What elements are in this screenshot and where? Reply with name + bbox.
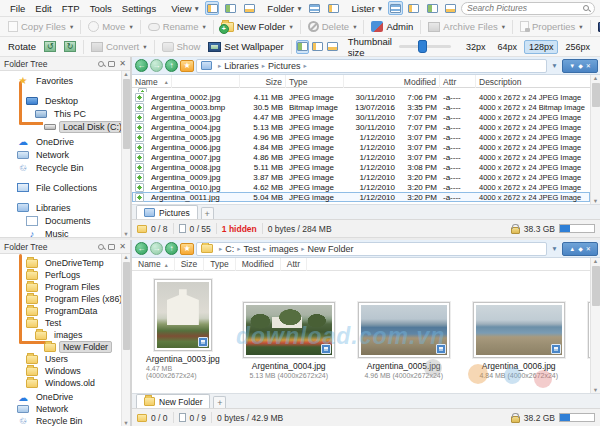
back-button[interactable]: ← (135, 242, 148, 255)
list-scrollbar[interactable]: ▲ ▼ (590, 75, 600, 204)
copy-files-button[interactable]: Copy Files▾ (4, 20, 77, 33)
tree-item-file-collections[interactable]: File Collections (0, 181, 130, 194)
breadcrumb-new-folder[interactable]: New Folder (308, 244, 354, 254)
tree-item-programdata[interactable]: ProgramData (0, 305, 130, 317)
tree-item-images[interactable]: images (0, 329, 130, 341)
column-header-size[interactable]: Size (175, 258, 205, 271)
detach-panel-icon[interactable] (108, 244, 115, 250)
view-filmstrip-button[interactable] (242, 1, 256, 15)
thumb-size-256px[interactable]: 256px (560, 40, 595, 54)
forward-button[interactable]: → (150, 59, 163, 72)
thumbnail-argentina-0004-jpg[interactable]: Argentina_0004.jpg5.13 MB (4000x2672x24) (243, 302, 335, 379)
column-header-type[interactable]: Type (204, 258, 235, 271)
tab-new-folder[interactable]: New Folder (136, 394, 210, 408)
panel-detach-icon[interactable]: ◆ (578, 245, 583, 252)
column-header-name[interactable]: Name▴ (132, 75, 240, 88)
favorites-button[interactable]: ★ (180, 243, 194, 255)
list-scrollbar[interactable]: ▲ ▼ (590, 258, 600, 393)
scroll-up-icon[interactable]: ▲ (123, 71, 128, 77)
column-header-description[interactable]: Description (476, 75, 590, 88)
lister-list-button[interactable] (388, 1, 402, 15)
thumbnail-argentina-0005-jpg[interactable]: Argentina_0005.jpg4.96 MB (4000x2672x24) (358, 302, 450, 379)
properties-button[interactable]: Properties▾ (516, 20, 587, 33)
column-header-attr[interactable]: Attr (440, 75, 476, 88)
tree-item-program-files-x86[interactable]: Program Files (x86) (0, 293, 130, 305)
tree-search-icon[interactable] (98, 244, 104, 250)
view-details-button[interactable] (205, 1, 219, 15)
delete-button[interactable]: Delete▾ (304, 20, 361, 33)
panel-close-icon[interactable]: ✕ (586, 245, 591, 252)
breadcrumb-c[interactable]: C: (225, 244, 234, 254)
up-button[interactable]: ↑ (165, 59, 178, 72)
tree-item-windows-old[interactable]: Windows.old (0, 377, 130, 389)
lister-menu[interactable]: Lister▼ (352, 3, 384, 14)
convert-button[interactable]: Convert▾ (87, 40, 151, 53)
file-row-argentina-0005-jpg[interactable]: Argentina_0005.jpg4.96 MBJPEG image1/12/… (132, 132, 590, 142)
tab-pictures[interactable]: Pictures (136, 205, 198, 219)
file-row-argentina-0011-jpg[interactable]: Argentina_0011.jpg5.04 MBJPEG image1/12/… (132, 192, 590, 202)
lister-preview-button[interactable] (444, 1, 458, 15)
scroll-thumb[interactable] (123, 79, 130, 149)
rename-button[interactable]: Rename▾ (144, 20, 210, 33)
tree-item-program-files[interactable]: Program Files (0, 281, 130, 293)
new-tab-button[interactable]: + (213, 396, 226, 408)
panel-minimize-icon[interactable]: ▲ (569, 246, 575, 252)
forward-button[interactable]: → (150, 242, 163, 255)
tree-search-icon[interactable] (98, 61, 104, 67)
menu-edit[interactable]: Edit (30, 3, 56, 14)
tree-item-local-disk-c[interactable]: Local Disk (C:) (0, 120, 130, 133)
scroll-up-icon[interactable]: ▲ (123, 254, 128, 260)
back-button[interactable]: ← (135, 59, 148, 72)
thumb-view-3-button[interactable] (326, 40, 339, 54)
scroll-down-icon[interactable]: ▼ (123, 420, 128, 426)
search-box[interactable] (461, 2, 595, 15)
thumbnail-argentina-0006-jpg[interactable]: Argentina_0006.jpg4.84 MB (4000x2672x24) (473, 302, 565, 379)
scroll-thumb[interactable] (123, 262, 130, 350)
scroll-thumb[interactable] (592, 83, 600, 107)
admin-button[interactable]: Admin (367, 20, 417, 33)
view-thumbnails-button[interactable] (223, 1, 237, 15)
column-header-attr[interactable]: Attr (281, 258, 307, 271)
menu-settings[interactable]: Settings (117, 3, 161, 14)
tree-item-new-folder[interactable]: New Folder (0, 341, 130, 353)
panel-close-icon[interactable]: ✕ (586, 62, 591, 69)
file-row-argentina-0003-jpg[interactable]: Argentina_0003.jpg4.47 MBJPEG image30/11… (132, 112, 590, 122)
breadcrumb-images[interactable]: images (269, 244, 298, 254)
column-header-type[interactable]: Type (286, 75, 344, 88)
file-row-argentina-0010-jpg[interactable]: Argentina_0010.jpg4.62 MBJPEG image1/12/… (132, 182, 590, 192)
tree-item-desktop[interactable]: Desktop (0, 94, 130, 107)
tree-item-users[interactable]: Users (0, 353, 130, 365)
folder-pair-button[interactable] (326, 1, 340, 15)
scroll-up-icon[interactable]: ▲ (593, 75, 598, 81)
lister-columns-button[interactable] (407, 1, 421, 15)
panel-detach-icon[interactable]: ◆ (578, 62, 583, 69)
new-tab-button[interactable]: + (201, 207, 214, 219)
thumbnail-argentina-0003-jpg[interactable]: Argentina_0003.jpg4.47 MB (4000x2672x24) (146, 279, 220, 379)
lister-details-button[interactable] (425, 1, 439, 15)
address-dropdown-icon[interactable]: ▼ (549, 62, 560, 69)
tree-item-documents[interactable]: Documents (0, 214, 130, 227)
breadcrumb-pictures[interactable]: Pictures (268, 61, 301, 71)
column-header-modified[interactable]: Modified (236, 258, 281, 271)
tree-item-test[interactable]: Test (0, 317, 130, 329)
tree-item-perflogs[interactable]: PerfLogs (0, 269, 130, 281)
favorites-button[interactable]: ★ (180, 60, 194, 72)
column-header-size[interactable]: Size (240, 75, 286, 88)
rotate-right-button[interactable] (60, 40, 80, 53)
file-row-argentina-0003-bmp[interactable]: Argentina_0003.bmp30.5 MBBitmap image13/… (132, 102, 590, 112)
thumbnail-size-slider[interactable] (399, 45, 451, 48)
tree-item-windows[interactable]: Windows (0, 365, 130, 377)
set-wallpaper-button[interactable]: Set Wallpaper (204, 40, 287, 53)
tree-item-onedrive[interactable]: OneDrive (0, 135, 130, 148)
menu-file[interactable]: File (5, 3, 30, 14)
breadcrumb-libraries[interactable]: Libraries (224, 61, 259, 71)
tree-item-this-pc[interactable]: This PC (0, 107, 130, 120)
tree-item-network[interactable]: Network (0, 403, 130, 415)
slideshow-button[interactable]: Slideshow▾ (594, 20, 600, 33)
slider-knob[interactable] (418, 40, 427, 53)
thumbnail-argentina-0007-jpg[interactable]: Argentina_0007.jpg4.86 MB (4000x2672x24) (588, 302, 590, 379)
file-row-argentina-0008-jpg[interactable]: Argentina_0008.jpg5.11 MBJPEG image1/12/… (132, 162, 590, 172)
thumb-view-1-button[interactable] (296, 40, 309, 54)
scroll-up-icon[interactable]: ▲ (593, 258, 598, 264)
panel-minimize-icon[interactable]: ▼ (569, 63, 575, 69)
